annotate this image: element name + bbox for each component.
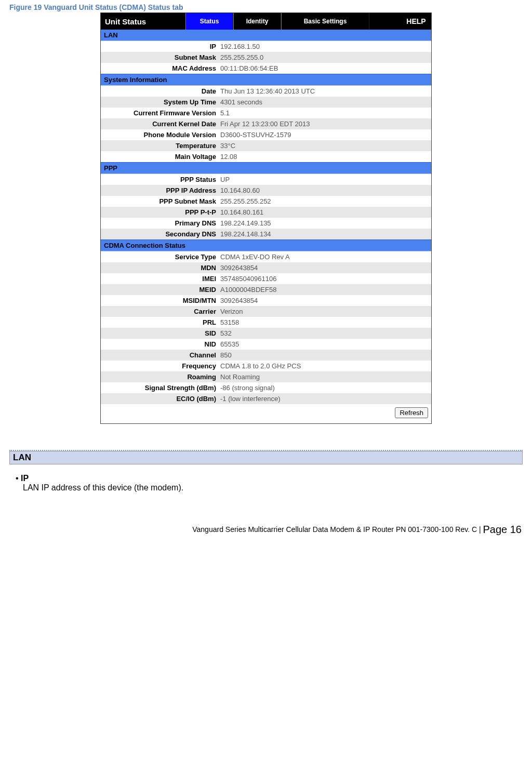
table-row: Primary DNS198.224.149.135 [101, 218, 431, 229]
table-row: PPP IP Address10.164.80.60 [101, 185, 431, 196]
bullet-ip: • IP LAN IP address of this device (the … [16, 474, 523, 492]
bullet-body: LAN IP address of this device (the modem… [23, 483, 523, 492]
table-row: DateThu Jun 13 12:36:40 2013 UTC [101, 86, 431, 97]
row-value: 3092643854 [218, 295, 431, 306]
page-footer: Vanguard Series Multicarrier Cellular Da… [0, 524, 532, 542]
row-label: MEID [101, 284, 218, 295]
panel-title: Unit Status [101, 13, 185, 30]
row-label: Main Voltage [101, 151, 218, 162]
row-value: Thu Jun 13 12:36:40 2013 UTC [218, 86, 431, 97]
row-value: 850 [218, 350, 431, 361]
row-value: 00:11:DB:06:54:EB [218, 63, 431, 74]
row-value: 33°C [218, 140, 431, 151]
row-value: 198.224.149.135 [218, 218, 431, 229]
row-label: Carrier [101, 306, 218, 317]
row-value: 5.1 [218, 108, 431, 118]
row-value: 4301 seconds [218, 97, 431, 108]
row-label: Roaming [101, 371, 218, 382]
row-label: Temperature [101, 140, 218, 151]
table-row: MDN3092643854 [101, 262, 431, 273]
row-value: 65535 [218, 339, 431, 350]
table-row: Signal Strength (dBm)-86 (strong signal) [101, 382, 431, 393]
row-label: PPP Status [101, 174, 218, 185]
table-row: System Up Time4301 seconds [101, 97, 431, 108]
row-label: EC/IO (dBm) [101, 393, 218, 404]
tab-status[interactable]: Status [185, 13, 233, 30]
table-row: Secondary DNS198.224.148.134 [101, 229, 431, 239]
table-row: Current Firmware Version5.1 [101, 108, 431, 118]
table-row: IP192.168.1.50 [101, 41, 431, 52]
row-label: Service Type [101, 251, 218, 262]
table-row: PPP StatusUP [101, 174, 431, 185]
kv-table: Service TypeCDMA 1xEV-DO Rev AMDN3092643… [101, 251, 431, 404]
row-label: MDN [101, 262, 218, 273]
table-row: MEIDA1000004BDEF58 [101, 284, 431, 295]
table-row: PPP Subnet Mask255.255.255.252 [101, 196, 431, 207]
table-row: MSID/MTN3092643854 [101, 295, 431, 306]
row-label: Secondary DNS [101, 229, 218, 239]
row-value: CDMA 1.8 to 2.0 GHz PCS [218, 361, 431, 371]
row-value: 255.255.255.0 [218, 52, 431, 63]
row-label: Primary DNS [101, 218, 218, 229]
table-row: MAC Address00:11:DB:06:54:EB [101, 63, 431, 74]
bullet-title: IP [21, 474, 29, 483]
row-value: -86 (strong signal) [218, 382, 431, 393]
footer-line: Vanguard Series Multicarrier Cellular Da… [192, 525, 477, 534]
row-label: MSID/MTN [101, 295, 218, 306]
doc-section-lan: LAN [9, 451, 523, 464]
row-label: Phone Module Version [101, 129, 218, 140]
row-value: UP [218, 174, 431, 185]
row-label: SID [101, 328, 218, 339]
section-header: System Information [101, 74, 431, 86]
table-row: Channel850 [101, 350, 431, 361]
table-row: IMEI357485040961106 [101, 273, 431, 284]
table-row: SID532 [101, 328, 431, 339]
row-label: Current Firmware Version [101, 108, 218, 118]
table-row: FrequencyCDMA 1.8 to 2.0 GHz PCS [101, 361, 431, 371]
table-row: Subnet Mask255.255.255.0 [101, 52, 431, 63]
tab-identity[interactable]: Identity [233, 13, 281, 30]
row-label: Frequency [101, 361, 218, 371]
row-value: Verizon [218, 306, 431, 317]
tab-bar: Unit Status Status Identity Basic Settin… [101, 13, 431, 30]
row-label: IMEI [101, 273, 218, 284]
row-label: System Up Time [101, 97, 218, 108]
section-header: CDMA Connection Status [101, 239, 431, 251]
table-row: EC/IO (dBm)-1 (low interference) [101, 393, 431, 404]
row-label: Subnet Mask [101, 52, 218, 63]
footer-page-word: Page [483, 524, 510, 535]
row-value: CDMA 1xEV-DO Rev A [218, 251, 431, 262]
row-label: Current Kernel Date [101, 118, 218, 129]
tab-spacer [369, 13, 401, 30]
table-row: Current Kernel DateFri Apr 12 13:23:00 E… [101, 118, 431, 129]
refresh-button[interactable]: Refresh [395, 407, 428, 418]
row-label: Channel [101, 350, 218, 361]
table-row: NID65535 [101, 339, 431, 350]
row-value: A1000004BDEF58 [218, 284, 431, 295]
footer-page-num: 16 [510, 524, 522, 535]
help-button[interactable]: HELP [401, 13, 431, 30]
row-value: 53158 [218, 317, 431, 328]
row-value: 12.08 [218, 151, 431, 162]
footer-sep: | [477, 525, 483, 534]
refresh-row: Refresh [101, 404, 431, 423]
row-label: PPP P-t-P [101, 207, 218, 218]
unit-status-panel: Unit Status Status Identity Basic Settin… [100, 12, 432, 424]
row-value: 255.255.255.252 [218, 196, 431, 207]
row-label: Date [101, 86, 218, 97]
row-value: 10.164.80.60 [218, 185, 431, 196]
table-row: CarrierVerizon [101, 306, 431, 317]
kv-table: DateThu Jun 13 12:36:40 2013 UTCSystem U… [101, 86, 431, 162]
section-header: LAN [101, 30, 431, 41]
row-value: 3092643854 [218, 262, 431, 273]
row-label: MAC Address [101, 63, 218, 74]
kv-table: PPP StatusUPPPP IP Address10.164.80.60PP… [101, 174, 431, 239]
row-label: PPP Subnet Mask [101, 196, 218, 207]
tab-basic-settings[interactable]: Basic Settings [281, 13, 369, 30]
row-label: PPP IP Address [101, 185, 218, 196]
row-value: 532 [218, 328, 431, 339]
row-value: 10.164.80.161 [218, 207, 431, 218]
row-value: 192.168.1.50 [218, 41, 431, 52]
row-label: Signal Strength (dBm) [101, 382, 218, 393]
row-label: PRL [101, 317, 218, 328]
